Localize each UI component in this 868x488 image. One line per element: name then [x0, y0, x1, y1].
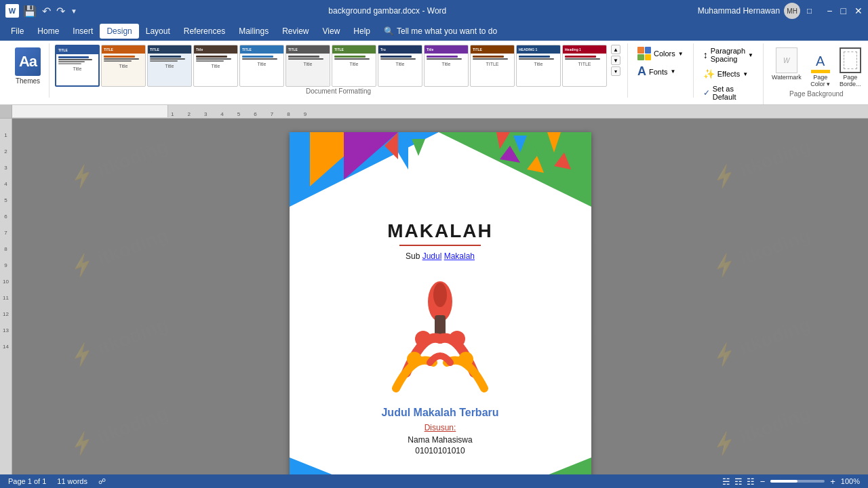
- paragraph-spacing-button[interactable]: ↕ Paragraph Spacing ▼: [699, 45, 757, 65]
- set-as-default-label: Set as Default: [713, 85, 753, 101]
- maximize-icon[interactable]: □: [841, 5, 846, 16]
- window-controls[interactable]: − □ ✕: [827, 5, 863, 16]
- document-page: MAKALAH Sub Judul Makalah: [290, 132, 591, 474]
- theme-thumb-7[interactable]: TITLE Title: [332, 45, 376, 87]
- zoom-in-button[interactable]: +: [830, 476, 835, 487]
- menu-file[interactable]: File: [4, 24, 31, 39]
- document-main-title: MAKALAH: [317, 220, 564, 242]
- theme-thumb-2[interactable]: TITLE Title: [101, 45, 146, 87]
- page-background-buttons: W Watermark A PageColor ▾: [769, 45, 864, 90]
- doc-judul-makalah: Judul Makalah Terbaru: [317, 407, 564, 419]
- close-icon[interactable]: ✕: [854, 5, 863, 16]
- menu-mailings[interactable]: Mailings: [232, 24, 275, 39]
- menu-references[interactable]: References: [177, 24, 232, 39]
- doc-nim: 01010101010: [317, 446, 564, 455]
- avatar: MH: [784, 3, 800, 19]
- save-icon[interactable]: 💾: [23, 5, 37, 18]
- effects-label: Effects: [717, 70, 740, 78]
- zoom-out-button[interactable]: −: [760, 476, 766, 487]
- zoom-fill: [770, 480, 797, 483]
- status-bar: Page 1 of 1 11 words ☍ ☵ ☶ ☷ − + 100%: [0, 474, 868, 488]
- menu-tell-me[interactable]: 🔍 Tell me what you want to do: [377, 24, 504, 39]
- quick-access-toolbar: 💾 ↶ ↷ ▼: [23, 5, 77, 18]
- undo-icon[interactable]: ↶: [42, 5, 51, 18]
- doc-nama-mahasiswa: Nama Mahasiswa: [317, 435, 564, 445]
- word-count: 11 words: [57, 477, 87, 486]
- effects-button[interactable]: ✨ Effects ▼: [699, 66, 757, 81]
- theme-thumb-6[interactable]: TITLE Title: [285, 45, 330, 87]
- paragraph-spacing-dropdown: ▼: [748, 52, 753, 58]
- theme-thumb-11[interactable]: HEADING 1 Title: [516, 45, 561, 87]
- ribbon: Aa Themes TITLE: [0, 41, 868, 105]
- document-formatting-label: Document Formatting: [306, 87, 371, 96]
- restore-icon[interactable]: □: [807, 6, 812, 16]
- subtitle-link1: Judul: [422, 251, 442, 261]
- page-color-label: PageColor ▾: [810, 74, 830, 87]
- svg-point-15: [433, 283, 447, 307]
- username-label: Muhammad Hernawan: [698, 6, 780, 16]
- theme-thumb-9[interactable]: Title Title: [424, 45, 469, 87]
- theme-thumb-10[interactable]: TITLE TITLE: [470, 45, 515, 87]
- document-title: background gambar.docx - Word: [77, 6, 698, 16]
- view-icons: ☵ ☶ ☷: [722, 476, 755, 487]
- themes-button[interactable]: Aa Themes: [11, 45, 45, 87]
- redo-icon[interactable]: ↷: [56, 5, 65, 18]
- fonts-button[interactable]: A Fonts ▼: [633, 62, 688, 81]
- minimize-icon[interactable]: −: [827, 5, 832, 16]
- theme-thumb-1[interactable]: TITLE Title: [55, 45, 100, 87]
- page-borders-button[interactable]: PageBorde...: [837, 45, 864, 90]
- proofing-icon[interactable]: ☍: [98, 477, 106, 486]
- colors-dropdown-icon: ▼: [678, 51, 684, 57]
- doc-disusun-label: Disusun:: [317, 423, 564, 432]
- color-swatch-3: [637, 54, 644, 61]
- page-background-label: Page Background: [789, 90, 844, 99]
- paragraph-spacing-label: Paragraph Spacing: [711, 47, 745, 63]
- color-swatch-4: [645, 54, 652, 61]
- title-bar-left: W 💾 ↶ ↷ ▼: [5, 4, 77, 18]
- themes-icon: Aa: [15, 47, 41, 76]
- colors-label: Colors: [654, 49, 675, 58]
- menu-layout[interactable]: Layout: [139, 24, 177, 39]
- page-color-icon: A: [810, 47, 831, 73]
- colors-swatch: [637, 47, 651, 60]
- menu-insert[interactable]: Insert: [66, 24, 100, 39]
- theme-thumb-4[interactable]: Title Title: [193, 45, 238, 87]
- ruler-top: 123456789: [0, 105, 868, 119]
- colors-fonts-buttons: Colors ▼ A Fonts ▼: [633, 45, 688, 81]
- menu-home[interactable]: Home: [31, 24, 66, 39]
- set-as-default-button[interactable]: ✓ Set as Default: [699, 83, 757, 103]
- watermark-button[interactable]: W Watermark: [769, 45, 804, 90]
- page-borders-icon: [840, 47, 861, 73]
- menu-view[interactable]: View: [316, 24, 347, 39]
- subtitle-link2: Makalah: [444, 251, 475, 261]
- fonts-label: Fonts: [649, 68, 668, 76]
- check-icon: ✓: [703, 88, 710, 98]
- fonts-icon: A: [637, 64, 646, 79]
- ribbon-group-themes: Aa Themes: [5, 43, 50, 98]
- scroll-up[interactable]: ▲: [611, 45, 620, 54]
- scroll-more[interactable]: ▾: [611, 66, 620, 76]
- colors-button[interactable]: Colors ▼: [633, 45, 688, 62]
- zoom-slider[interactable]: [770, 480, 825, 483]
- scroll-down[interactable]: ▼: [611, 56, 620, 65]
- theme-thumb-5[interactable]: TITLE Title: [239, 45, 284, 87]
- menu-help[interactable]: Help: [347, 24, 377, 39]
- document-subtitle: Sub Judul Makalah: [317, 251, 564, 261]
- zoom-level-label: 100%: [841, 477, 860, 485]
- paragraph-buttons: ↕ Paragraph Spacing ▼ ✨ Effects ▼ ✓ Set …: [699, 45, 757, 103]
- read-mode-icon[interactable]: ☷: [747, 476, 755, 487]
- page-color-button[interactable]: A PageColor ▾: [807, 45, 834, 90]
- menu-review[interactable]: Review: [275, 24, 315, 39]
- effects-dropdown: ▼: [743, 71, 748, 77]
- title-bar-right: Muhammad Hernawan MH □ − □ ✕: [698, 3, 863, 19]
- menu-design[interactable]: Design: [100, 24, 138, 39]
- page-info: Page 1 of 1: [8, 477, 46, 486]
- theme-thumb-3[interactable]: TITLE Title: [147, 45, 192, 87]
- theme-thumb-8[interactable]: Tru Title: [378, 45, 422, 87]
- paragraph-spacing-icon: ↕: [703, 49, 708, 60]
- themes-content: Aa Themes: [11, 45, 45, 96]
- customize-icon[interactable]: ▼: [71, 7, 77, 15]
- theme-thumb-12[interactable]: Heading 1 TITLE: [562, 45, 607, 87]
- web-layout-icon[interactable]: ☶: [734, 476, 743, 487]
- print-layout-icon[interactable]: ☵: [722, 476, 730, 487]
